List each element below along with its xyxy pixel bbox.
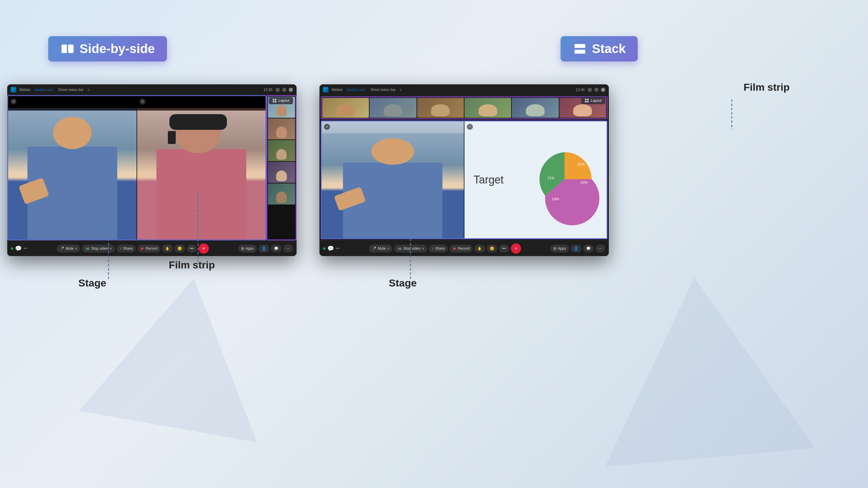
right-video-close[interactable]: ✕ bbox=[140, 98, 146, 104]
chat-icon-left[interactable]: 💬 bbox=[15, 245, 22, 252]
window-controls-left bbox=[276, 88, 293, 92]
minimize-btn-right[interactable] bbox=[588, 88, 592, 92]
people-btn-left[interactable]: 👤 bbox=[258, 245, 269, 253]
chat-btn-left[interactable]: 💬 bbox=[271, 245, 281, 253]
filmstrip-thumb-3[interactable] bbox=[268, 140, 295, 161]
svg-rect-4 bbox=[273, 99, 274, 100]
share-icon-right: ↑ bbox=[432, 247, 434, 251]
svg-rect-9 bbox=[587, 99, 589, 100]
stop-video-label-right: Stop video bbox=[403, 247, 421, 251]
apps-btn-left[interactable]: ⊞ Apps bbox=[238, 245, 257, 253]
record-btn-right[interactable]: ⏺ Record bbox=[450, 245, 472, 253]
top-thumb-2[interactable] bbox=[370, 98, 416, 118]
sbs-stage: ✕ ✕ bbox=[7, 95, 267, 240]
more-options-btn-left[interactable]: ••• bbox=[187, 245, 197, 253]
top-thumb-3[interactable] bbox=[417, 98, 464, 118]
stage-text-left: Stage bbox=[79, 277, 106, 289]
chevron-right-title[interactable]: ∨ bbox=[399, 88, 402, 92]
share-btn-right[interactable]: ↑ Share bbox=[429, 245, 448, 253]
maximize-btn-right[interactable] bbox=[594, 88, 598, 92]
pie-svg: 32% 43% 14% 11% bbox=[534, 149, 595, 209]
more-options-btn-right[interactable]: ••• bbox=[499, 245, 509, 253]
apps-icon-right: ⊞ bbox=[553, 247, 556, 251]
hand-icon-right: ✋ bbox=[477, 247, 482, 251]
share-btn-left[interactable]: ↑ Share bbox=[117, 245, 135, 253]
chat-icon-right[interactable]: 💬 bbox=[327, 245, 334, 252]
top-thumb-1[interactable] bbox=[322, 98, 369, 118]
show-menu-left[interactable]: Show menu bar bbox=[58, 88, 84, 92]
more-right-icon-right: ⋯ bbox=[598, 247, 602, 251]
filmstrip-thumb-5[interactable] bbox=[268, 184, 295, 204]
top-thumb-4[interactable] bbox=[464, 98, 511, 118]
phone-icon-left: ✕ bbox=[202, 247, 205, 251]
svg-rect-3 bbox=[575, 50, 585, 54]
svg-rect-2 bbox=[575, 44, 585, 48]
left-video-close[interactable]: ✕ bbox=[10, 98, 17, 104]
video-chevron-right: ∨ bbox=[422, 247, 424, 250]
reaction-btn-left[interactable]: 😊 bbox=[175, 245, 185, 253]
layout-btn-left[interactable]: Layout bbox=[269, 97, 293, 104]
stack-man-head bbox=[371, 138, 414, 164]
right-toolbar: 💬 ••• 🎤 Mute ∨ 📹 Stop video ∨ ↑ Share ⏺ … bbox=[319, 240, 609, 256]
close-btn-left[interactable] bbox=[289, 88, 293, 92]
svg-rect-0 bbox=[61, 44, 67, 53]
filmstrip-dashed-line-right bbox=[731, 99, 733, 130]
stop-video-btn-left[interactable]: 📹 Stop video ∨ bbox=[82, 245, 115, 253]
filmstrip-thumb-2[interactable] bbox=[268, 119, 295, 139]
share-label-left: Share bbox=[123, 247, 133, 251]
meeting-info-left[interactable]: Meeting info bbox=[35, 88, 53, 92]
headset-mic bbox=[168, 131, 176, 144]
mute-btn-right[interactable]: 🎤 Mute ∨ bbox=[369, 245, 393, 253]
bg-decoration-right bbox=[589, 268, 815, 467]
headset bbox=[169, 114, 227, 130]
chevron-left[interactable]: ∨ bbox=[87, 88, 90, 92]
svg-rect-1 bbox=[68, 44, 73, 53]
meeting-info-right[interactable]: Meeting info bbox=[347, 88, 365, 92]
show-menu-right[interactable]: Show menu bar bbox=[370, 88, 396, 92]
more-right-btn-left[interactable]: ⋯ bbox=[283, 245, 293, 253]
woman-figure bbox=[137, 110, 266, 239]
apps-label-left: Apps bbox=[246, 247, 254, 251]
end-call-btn-right[interactable]: ✕ bbox=[511, 243, 521, 254]
layout-btn-right[interactable]: Layout bbox=[581, 97, 605, 104]
chat-btn-right[interactable]: 💬 bbox=[583, 245, 594, 253]
mute-label-right: Mute bbox=[378, 247, 386, 251]
stop-video-btn-right[interactable]: 📹 Stop video ∨ bbox=[394, 245, 427, 253]
emoji-btn-left[interactable]: ✋ bbox=[162, 245, 173, 253]
svg-rect-11 bbox=[587, 101, 589, 102]
people-btn-right[interactable]: 👤 bbox=[571, 245, 581, 253]
stack-pill: Stack bbox=[561, 36, 638, 61]
emoji-btn-right[interactable]: ✋ bbox=[474, 245, 485, 253]
more-icon-left[interactable]: ••• bbox=[24, 247, 27, 251]
top-person-4 bbox=[478, 104, 497, 116]
top-thumb-5[interactable] bbox=[512, 98, 558, 118]
video-icon-left: 📹 bbox=[85, 247, 90, 251]
apps-btn-right[interactable]: ⊞ Apps bbox=[550, 245, 569, 253]
stage-top-bar bbox=[8, 96, 266, 108]
more-right-btn-right[interactable]: ⋯ bbox=[595, 245, 605, 253]
stage-label-left: Stage bbox=[79, 277, 106, 289]
reaction-btn-right[interactable]: 😊 bbox=[487, 245, 497, 253]
man-head bbox=[53, 117, 92, 149]
minimize-btn-left[interactable] bbox=[276, 88, 280, 92]
left-toolbar: 💬 ••• 🎤 Mute ∨ 📹 Stop video ∨ ↑ Share ⏺ … bbox=[7, 240, 297, 256]
share-close[interactable]: ✕ bbox=[467, 124, 473, 130]
side-by-side-pill: Side-by-side bbox=[48, 36, 167, 61]
right-person-video: ✕ bbox=[137, 96, 266, 239]
mute-btn-left[interactable]: 🎤 Mute ∨ bbox=[57, 245, 81, 253]
record-btn-left[interactable]: ⏺ Record bbox=[137, 245, 160, 253]
record-label-left: Record bbox=[146, 247, 157, 251]
hand-icon-left: ✋ bbox=[165, 247, 170, 251]
filmstrip-thumb-4[interactable] bbox=[268, 162, 295, 183]
more-icon-right[interactable]: ••• bbox=[336, 247, 340, 251]
stack-video-close[interactable]: ✕ bbox=[324, 124, 330, 130]
maximize-btn-left[interactable] bbox=[282, 88, 286, 92]
left-person-video: ✕ bbox=[8, 96, 136, 239]
time-left: 12:40 bbox=[264, 88, 273, 92]
close-btn-right[interactable] bbox=[601, 88, 605, 92]
time-right: 12:40 bbox=[576, 88, 585, 92]
record-icon-right: ⏺ bbox=[453, 247, 456, 251]
end-call-btn-left[interactable]: ✕ bbox=[198, 243, 209, 254]
status-dot-right bbox=[323, 247, 326, 250]
svg-rect-5 bbox=[275, 99, 276, 100]
